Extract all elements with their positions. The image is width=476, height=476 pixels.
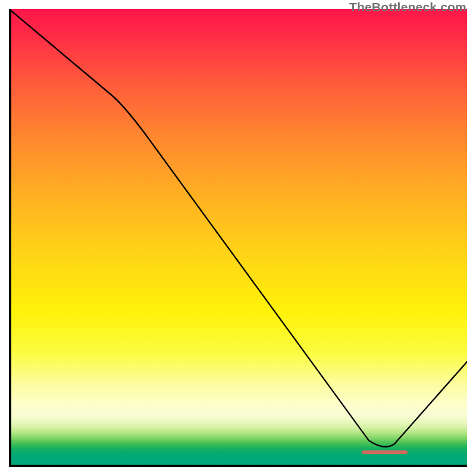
chart-container: TheBottleneck.com [0, 0, 476, 476]
watermark-text: TheBottleneck.com [349, 0, 466, 14]
plot-area [9, 9, 467, 467]
data-curve [9, 9, 467, 467]
optimum-marker [362, 450, 408, 454]
